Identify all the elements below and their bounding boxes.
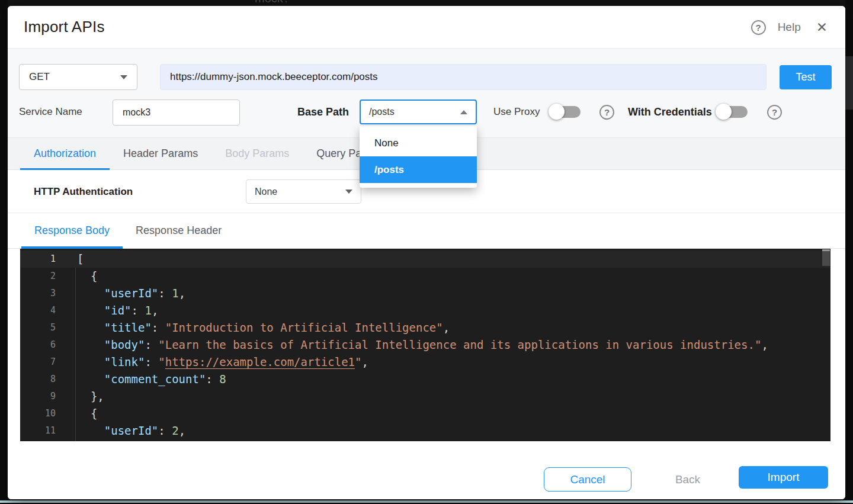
line-number: 4 [20,302,56,319]
editor-line[interactable]: 6 "body": "Learn the basics of Artificia… [20,336,830,354]
line-code: "body": "Learn the basics of Artificial … [77,338,768,351]
toggle-knob [549,104,565,120]
indent-guide [75,268,76,441]
base-path-menu: None/posts [360,126,477,188]
line-number: 2 [20,268,56,285]
line-number: 1 [20,251,56,268]
menu-option-none[interactable]: None [360,130,477,156]
http-auth-label: HTTP Authentication [34,170,133,213]
scrollbar-thumb[interactable] [822,249,830,266]
use-proxy-help-icon[interactable]: ? [599,105,614,120]
menu-option--posts[interactable]: /posts [360,156,477,183]
use-proxy-toggle[interactable] [550,106,578,118]
with-credentials-toggle[interactable] [717,106,745,118]
dialog-footer: Cancel Back Import [8,441,845,499]
page-background-left [0,0,8,504]
help-link[interactable]: Help [778,21,801,34]
method-select-value: GET [29,71,50,83]
tab-header-params[interactable]: Header Params [110,138,211,169]
response-tabs: Response BodyResponse Header [8,213,845,249]
code-editor[interactable]: 1[2 {3 "userId": 1,4 "id": 1,5 "title": … [20,249,830,441]
url-input-value: https://dummy-json.mock.beeceptor.com/po… [170,71,378,83]
line-code: "comment_count": 8 [77,373,226,386]
chevron-up-icon [460,110,467,114]
page-title: Import APIs [24,18,105,36]
line-code: [ [77,252,84,265]
service-name-value: mock3 [123,107,150,118]
with-credentials-label: With Credentials [628,99,712,124]
tab-authorization[interactable]: Authorization [20,138,110,169]
back-button[interactable]: Back [653,467,722,492]
editor-line[interactable]: 11 "userId": 2, [20,422,830,439]
line-number: 11 [20,422,56,439]
use-proxy-label: Use Proxy [493,99,540,124]
editor-line[interactable]: 7 "link": "https://example.com/article1"… [20,354,830,371]
method-select[interactable]: GET [19,64,137,90]
background-text-fragment: mock? [255,0,290,5]
line-code: "link": "https://example.com/article1", [77,355,368,368]
page-background-top: mock? [0,0,853,6]
bottom-scroll-strip [0,500,853,503]
editor-line[interactable]: 1[ [20,251,830,268]
editor-line[interactable]: 9 }, [20,388,830,405]
help-icon[interactable]: ? [751,20,766,35]
line-number: 7 [20,354,56,371]
url-input[interactable]: https://dummy-json.mock.beeceptor.com/po… [160,64,767,90]
dialog-header: Import APIs ? Help ✕ [8,6,845,49]
line-code: { [77,407,97,420]
editor-line[interactable]: 5 "title": "Introduction to Artificial I… [20,319,830,336]
line-code: "id": 1, [77,304,158,317]
line-number: 6 [20,336,56,354]
line-code: "title": "Introduction to Artificial Int… [77,321,450,334]
tab-body-params: Body Params [211,138,303,169]
service-name-label: Service Name [19,99,82,124]
editor-scrollbar[interactable] [822,249,830,441]
editor-line[interactable]: 8 "comment_count": 8 [20,371,830,388]
editor-line[interactable]: 4 "id": 1, [20,302,830,319]
close-icon[interactable]: ✕ [816,20,828,36]
chevron-down-icon [120,75,127,79]
line-number: 3 [20,285,56,302]
tab-response-body[interactable]: Response Body [21,213,123,248]
editor-line[interactable]: 3 "userId": 1, [20,285,830,302]
line-code: }, [77,390,104,403]
toggle-knob [716,104,732,120]
background-panel-fragment [845,56,853,110]
editor-line[interactable]: 10 { [20,405,830,422]
with-credentials-help-icon[interactable]: ? [767,105,782,120]
line-code: "userId": 2, [77,424,185,437]
chevron-down-icon [345,190,352,194]
base-path-value: /posts [369,107,395,117]
import-button[interactable]: Import [739,466,828,489]
page-background-right [845,0,853,504]
editor-lines: 1[2 {3 "userId": 1,4 "id": 1,5 "title": … [20,251,830,441]
dialog-header-actions: ? Help ✕ [751,6,828,49]
import-apis-dialog: Import APIs ? Help ✕ GET https://dummy-j… [8,6,845,499]
http-auth-select[interactable]: None [246,179,361,204]
line-number: 8 [20,371,56,388]
base-path-label: Base Path [297,99,349,124]
request-form-section: GET https://dummy-json.mock.beeceptor.co… [8,49,845,137]
service-name-input[interactable]: mock3 [113,99,240,126]
line-number: 5 [20,319,56,336]
cancel-button[interactable]: Cancel [544,467,631,492]
line-code: { [77,269,97,283]
http-auth-value: None [255,187,277,197]
base-path-select[interactable]: /posts [360,99,477,124]
line-number: 9 [20,388,56,405]
editor-line[interactable]: 2 { [20,268,830,285]
line-code: "userId": 1, [77,287,185,300]
line-number: 10 [20,405,56,422]
tab-response-header[interactable]: Response Header [123,213,235,248]
test-button[interactable]: Test [780,65,832,89]
page-background-bottom [0,499,853,504]
